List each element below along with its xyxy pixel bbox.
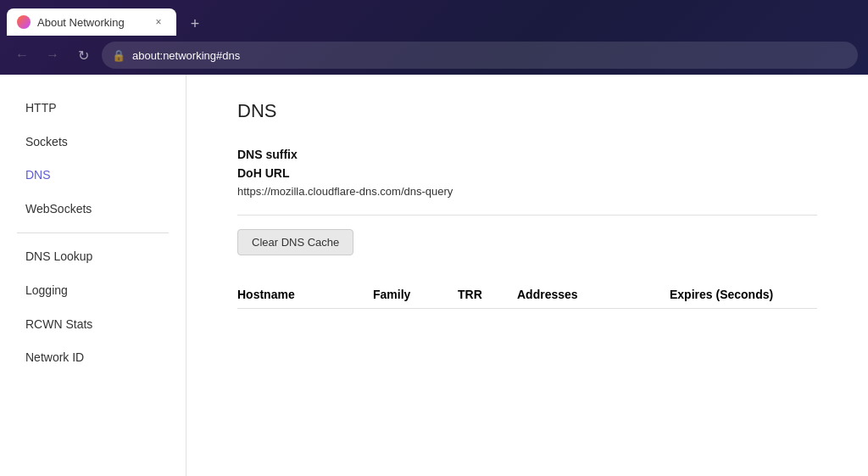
back-button[interactable]: ←: [10, 43, 34, 67]
section-divider: [237, 215, 817, 216]
toolbar: ← → ↻ 🔒: [0, 36, 868, 75]
dns-suffix-label: DNS suffix: [237, 148, 817, 161]
sidebar: HTTP Sockets DNS WebSockets DNS Lookup L…: [0, 75, 186, 476]
col-header-addresses: Addresses: [517, 288, 670, 301]
tab-title: About Networking: [37, 16, 144, 29]
clear-dns-cache-button[interactable]: Clear DNS Cache: [237, 229, 353, 255]
active-tab[interactable]: About Networking ×: [7, 8, 176, 36]
col-header-trr: TRR: [458, 288, 517, 301]
doh-url-label: DoH URL: [237, 166, 817, 180]
tab-favicon: [17, 15, 31, 29]
sidebar-item-rcwn-stats[interactable]: RCWN Stats: [0, 308, 186, 342]
sidebar-item-network-id[interactable]: Network ID: [0, 341, 186, 375]
address-bar-container: 🔒: [102, 42, 858, 69]
refresh-button[interactable]: ↻: [71, 43, 95, 67]
col-header-expires: Expires (Seconds): [670, 288, 773, 301]
main-content: DNS DNS suffix DoH URL https://mozilla.c…: [186, 75, 868, 476]
sidebar-divider: [17, 232, 169, 233]
sidebar-item-dns[interactable]: DNS: [0, 159, 186, 193]
new-tab-button[interactable]: +: [183, 12, 207, 36]
forward-button[interactable]: →: [41, 43, 64, 67]
dns-info-section: DNS suffix DoH URL https://mozilla.cloud…: [237, 148, 817, 198]
doh-url-value: https://mozilla.cloudflare-dns.com/dns-q…: [237, 185, 817, 198]
browser-chrome: About Networking × + ← → ↻ 🔒: [0, 0, 868, 75]
col-header-family: Family: [373, 288, 458, 301]
page-body: HTTP Sockets DNS WebSockets DNS Lookup L…: [0, 75, 868, 476]
page-icon: 🔒: [112, 49, 125, 62]
dns-table-header: Hostname Family TRR Addresses Expires (S…: [237, 281, 817, 309]
sidebar-item-sockets[interactable]: Sockets: [0, 126, 186, 160]
sidebar-item-logging[interactable]: Logging: [0, 274, 186, 308]
tab-close-button[interactable]: ×: [151, 14, 166, 30]
sidebar-item-websockets[interactable]: WebSockets: [0, 193, 186, 227]
address-bar[interactable]: [132, 49, 848, 62]
sidebar-item-dns-lookup[interactable]: DNS Lookup: [0, 240, 186, 274]
sidebar-item-http[interactable]: HTTP: [0, 92, 186, 126]
page-title: DNS: [237, 100, 817, 122]
tab-bar: About Networking × +: [0, 0, 868, 36]
col-header-hostname: Hostname: [237, 288, 373, 301]
